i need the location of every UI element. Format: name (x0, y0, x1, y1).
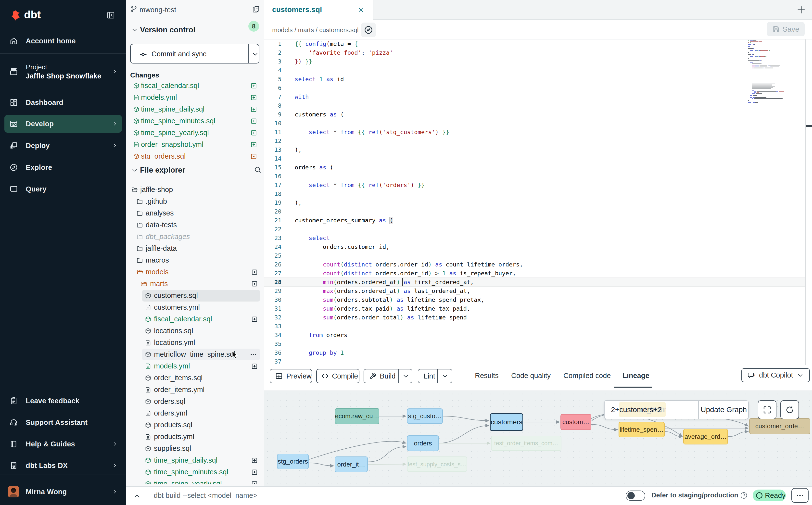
change-row[interactable]: models.yml (126, 92, 264, 104)
lineage-node-oit[interactable]: order_it… (335, 457, 368, 472)
sidebar-item-project[interactable]: Project Jaffle Shop Snowflake (0, 58, 126, 85)
update-graph-button[interactable]: Update Graph (699, 405, 749, 414)
editor-minimap[interactable] (748, 40, 812, 107)
refresh-icon (785, 405, 794, 414)
lineage-node-tsc[interactable]: test_supply_costs_s… (407, 457, 467, 472)
tab-lineage[interactable]: Lineage (623, 372, 649, 380)
tree-item-models-yml[interactable]: models.yml (126, 360, 264, 372)
change-row[interactable]: time_spine_daily.sql (126, 104, 264, 115)
open-lineage-button[interactable] (361, 23, 376, 37)
change-row[interactable]: order_snapshot.yml (126, 139, 264, 151)
lineage-node-stgo[interactable]: stg_orders (277, 454, 309, 469)
chevron-down-icon[interactable] (131, 167, 138, 173)
change-row[interactable]: stg_orders.sql (126, 151, 264, 159)
close-tab-icon[interactable] (357, 6, 364, 13)
sidebar-item-dashboard[interactable]: Dashboard (0, 92, 126, 113)
build-options-chevron[interactable] (402, 373, 409, 379)
sidebar-item-deploy[interactable]: Deploy (0, 135, 126, 156)
tab-customers-sql[interactable]: customers.sql (264, 0, 373, 20)
build-button[interactable]: Build (364, 369, 413, 383)
lineage-node-stgc[interactable]: stg_custo… (407, 408, 443, 424)
fullscreen-button[interactable] (758, 400, 777, 419)
lineage-search-input[interactable]: 2+customers+2 (611, 405, 662, 414)
tree-item-metricflow-time-spine-sql[interactable]: metricflow_time_spine.sql (126, 349, 264, 360)
chevron-down-icon[interactable] (252, 51, 259, 57)
tree-item-time-spine-yearly-sql[interactable]: time_spine_yearly.sql (126, 478, 264, 484)
dbt-copilot-button[interactable]: dbt Copilot (742, 368, 810, 382)
copy-icon[interactable] (252, 5, 260, 13)
tree-item-analyses[interactable]: analyses (126, 207, 264, 219)
tree-item-products-sql[interactable]: products.sql (126, 419, 264, 431)
tree-item-jaffle-data[interactable]: jaffle-data (126, 243, 264, 255)
tree-item-marts[interactable]: marts (126, 278, 264, 290)
tree-item-time-spine-daily-sql[interactable]: time_spine_daily.sql (126, 455, 264, 466)
change-row[interactable]: time_spine_minutes.sql (126, 115, 264, 127)
lineage-search-box[interactable]: count_lifetim 2+customers+2 Update Graph (604, 400, 749, 419)
tab-results[interactable]: Results (475, 372, 499, 380)
tree-item-jaffle-shop[interactable]: jaffle-shop (126, 184, 264, 196)
chevron-down-icon[interactable] (131, 27, 138, 33)
more-options-button[interactable] (791, 488, 809, 503)
lint-options-chevron[interactable] (442, 373, 448, 379)
commit-and-sync-button[interactable]: Commit and sync (130, 44, 260, 63)
editor-scrollbar-thumb[interactable] (806, 125, 812, 127)
lineage-node-avg[interactable]: average_ord… (683, 429, 728, 445)
tree-item-customers-yml[interactable]: customers.yml (126, 302, 264, 313)
tree-item-order-items-sql[interactable]: order_items.sql (126, 372, 264, 384)
lineage-node-ecom[interactable]: ecom.raw_cu… (335, 408, 379, 424)
sidebar-item-develop[interactable]: Develop (0, 113, 126, 135)
sidebar-item-help-guides[interactable]: Help & Guides (0, 433, 126, 455)
preview-button[interactable]: Preview (270, 369, 312, 383)
sidebar-item-explore[interactable]: Explore (0, 157, 126, 178)
user-name: Mirna Wong (26, 488, 67, 496)
lineage-node-customers[interactable]: customers (490, 413, 523, 431)
lineage-node-toi[interactable]: test_order_items_com… (491, 436, 561, 451)
save-button[interactable]: Save (767, 22, 805, 36)
change-row[interactable]: fiscal_calendar.sql (126, 80, 264, 92)
tree-item-macros[interactable]: macros (126, 255, 264, 266)
tree-item-order-items-yml[interactable]: order_items.yml (126, 384, 264, 396)
lineage-graph[interactable]: ecom.raw_cu…stg_custo…customerscustom…or… (264, 390, 812, 486)
tab-code-quality[interactable]: Code quality (511, 372, 551, 380)
sidebar-item-user[interactable]: Mirna Wong (0, 481, 126, 503)
lineage-node-corde[interactable]: customer_orde… (749, 418, 810, 434)
expand-command-bar-chevron[interactable] (133, 493, 141, 500)
lint-button[interactable]: Lint (418, 369, 452, 383)
compile-button[interactable]: Compile (316, 369, 359, 383)
tree-item--github[interactable]: .github (126, 196, 264, 207)
tree-item-fiscal-calendar-sql[interactable]: fiscal_calendar.sql (126, 313, 264, 325)
sidebar-item-support-assistant[interactable]: Support Assistant (0, 411, 126, 433)
tree-item-customers-sql[interactable]: customers.sql (126, 290, 264, 302)
lineage-node-orders[interactable]: orders (407, 436, 439, 451)
sidebar-item-leave-feedback[interactable]: Leave feedback (0, 390, 126, 411)
command-input[interactable]: dbt build --select <model_name> (154, 492, 257, 500)
refresh-button[interactable] (780, 400, 799, 419)
tree-item-models[interactable]: models (126, 266, 264, 278)
project-icon (9, 67, 18, 76)
search-icon[interactable] (254, 166, 262, 174)
change-row[interactable]: time_spine_yearly.sql (126, 127, 264, 139)
defer-toggle[interactable] (626, 491, 645, 501)
sidebar-item-account-home[interactable]: Account home (0, 30, 126, 52)
sidebar-item-query[interactable]: Query (0, 178, 126, 200)
tree-item-orders-yml[interactable]: orders.yml (126, 407, 264, 419)
tree-item-data-tests[interactable]: data-tests (126, 219, 264, 231)
tree-item-products-yml[interactable]: products.yml (126, 431, 264, 443)
tree-item-supplies-sql[interactable]: supplies.sql (126, 443, 264, 455)
new-tab-button[interactable] (796, 5, 806, 15)
lineage-node-life[interactable]: lifetime_spen… (619, 422, 665, 437)
sidebar-collapse-icon[interactable] (107, 11, 115, 20)
tree-item-locations-sql[interactable]: locations.sql (126, 325, 264, 337)
code-editor[interactable]: 1234567891011121314151617181920212223242… (264, 39, 812, 365)
tab-compiled-code[interactable]: Compiled code (563, 372, 611, 380)
indent-guide (295, 48, 295, 57)
help-icon[interactable] (740, 492, 748, 499)
sidebar-item-dbt-labs-dx[interactable]: dbt Labs DX (0, 455, 126, 476)
preview-label: Preview (286, 372, 312, 380)
lineage-node-custom[interactable]: custom… (560, 414, 591, 430)
tree-item-time-spine-minutes-sql[interactable]: time_spine_minutes.sql (126, 466, 264, 478)
tree-item-locations-yml[interactable]: locations.yml (126, 337, 264, 349)
file-name: fiscal_calendar.sql (154, 315, 212, 323)
tree-item-dbt-packages[interactable]: dbt_packages (126, 231, 264, 243)
tree-item-orders-sql[interactable]: orders.sql (126, 396, 264, 407)
